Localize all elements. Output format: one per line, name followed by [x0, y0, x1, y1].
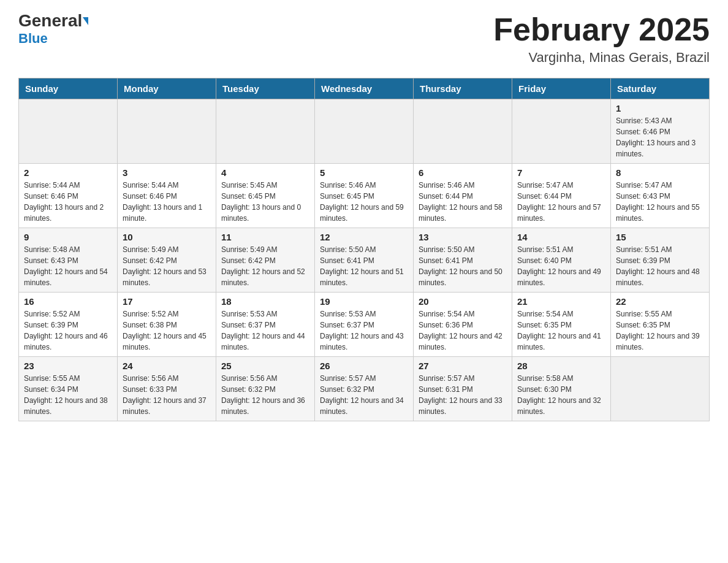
day-info: Sunrise: 5:53 AM Sunset: 6:37 PM Dayligh…	[320, 308, 408, 353]
day-number: 9	[24, 232, 112, 242]
table-row: 13Sunrise: 5:50 AM Sunset: 6:41 PM Dayli…	[414, 228, 512, 293]
day-info: Sunrise: 5:46 AM Sunset: 6:45 PM Dayligh…	[320, 180, 408, 224]
calendar-week-row: 9Sunrise: 5:48 AM Sunset: 6:43 PM Daylig…	[19, 228, 710, 293]
table-row: 7Sunrise: 5:47 AM Sunset: 6:44 PM Daylig…	[512, 164, 611, 228]
day-number: 27	[419, 361, 507, 371]
day-info: Sunrise: 5:51 AM Sunset: 6:39 PM Dayligh…	[616, 244, 704, 288]
day-number: 6	[419, 167, 507, 178]
day-number: 1	[616, 103, 704, 113]
col-tuesday: Tuesday	[216, 79, 315, 99]
calendar-subtitle: Varginha, Minas Gerais, Brazil	[493, 50, 710, 66]
calendar-week-row: 16Sunrise: 5:52 AM Sunset: 6:39 PM Dayli…	[19, 293, 710, 357]
table-row: 12Sunrise: 5:50 AM Sunset: 6:41 PM Dayli…	[315, 228, 414, 293]
day-info: Sunrise: 5:43 AM Sunset: 6:46 PM Dayligh…	[616, 115, 704, 159]
page-header: General Blue February 2025 Varginha, Min…	[18, 12, 710, 66]
table-row	[315, 99, 414, 164]
calendar-week-row: 1Sunrise: 5:43 AM Sunset: 6:46 PM Daylig…	[19, 99, 710, 164]
table-row: 25Sunrise: 5:56 AM Sunset: 6:32 PM Dayli…	[216, 357, 315, 421]
title-block: February 2025 Varginha, Minas Gerais, Br…	[493, 12, 710, 66]
day-info: Sunrise: 5:50 AM Sunset: 6:41 PM Dayligh…	[419, 244, 507, 288]
logo-triangle-icon	[83, 17, 88, 25]
day-number: 16	[24, 296, 112, 307]
day-number: 4	[221, 167, 309, 178]
day-info: Sunrise: 5:52 AM Sunset: 6:38 PM Dayligh…	[123, 308, 211, 353]
calendar-header-row: Sunday Monday Tuesday Wednesday Thursday…	[19, 79, 710, 99]
day-number: 11	[221, 232, 309, 242]
table-row: 11Sunrise: 5:49 AM Sunset: 6:42 PM Dayli…	[216, 228, 315, 293]
day-number: 13	[419, 232, 507, 242]
day-info: Sunrise: 5:52 AM Sunset: 6:39 PM Dayligh…	[24, 308, 112, 353]
day-number: 22	[616, 296, 704, 307]
logo: General Blue	[18, 12, 88, 47]
col-sunday: Sunday	[19, 79, 118, 99]
table-row	[414, 99, 512, 164]
table-row: 16Sunrise: 5:52 AM Sunset: 6:39 PM Dayli…	[19, 293, 118, 357]
logo-blue: Blue	[18, 31, 48, 47]
calendar-week-row: 2Sunrise: 5:44 AM Sunset: 6:46 PM Daylig…	[19, 164, 710, 228]
day-info: Sunrise: 5:45 AM Sunset: 6:45 PM Dayligh…	[221, 180, 309, 224]
day-number: 20	[419, 296, 507, 307]
table-row: 15Sunrise: 5:51 AM Sunset: 6:39 PM Dayli…	[611, 228, 710, 293]
table-row	[611, 357, 710, 421]
table-row: 14Sunrise: 5:51 AM Sunset: 6:40 PM Dayli…	[512, 228, 611, 293]
table-row	[216, 99, 315, 164]
day-number: 17	[123, 296, 211, 307]
table-row: 9Sunrise: 5:48 AM Sunset: 6:43 PM Daylig…	[19, 228, 118, 293]
table-row: 21Sunrise: 5:54 AM Sunset: 6:35 PM Dayli…	[512, 293, 611, 357]
table-row: 26Sunrise: 5:57 AM Sunset: 6:32 PM Dayli…	[315, 357, 414, 421]
calendar-week-row: 23Sunrise: 5:55 AM Sunset: 6:34 PM Dayli…	[19, 357, 710, 421]
col-wednesday: Wednesday	[315, 79, 414, 99]
day-number: 24	[123, 361, 211, 371]
day-info: Sunrise: 5:44 AM Sunset: 6:46 PM Dayligh…	[24, 180, 112, 224]
day-info: Sunrise: 5:54 AM Sunset: 6:35 PM Dayligh…	[517, 308, 605, 353]
table-row: 28Sunrise: 5:58 AM Sunset: 6:30 PM Dayli…	[512, 357, 611, 421]
day-info: Sunrise: 5:57 AM Sunset: 6:32 PM Dayligh…	[320, 373, 408, 417]
col-monday: Monday	[118, 79, 216, 99]
table-row: 20Sunrise: 5:54 AM Sunset: 6:36 PM Dayli…	[414, 293, 512, 357]
day-info: Sunrise: 5:48 AM Sunset: 6:43 PM Dayligh…	[24, 244, 112, 288]
table-row: 2Sunrise: 5:44 AM Sunset: 6:46 PM Daylig…	[19, 164, 118, 228]
day-info: Sunrise: 5:57 AM Sunset: 6:31 PM Dayligh…	[419, 373, 507, 417]
day-info: Sunrise: 5:58 AM Sunset: 6:30 PM Dayligh…	[517, 373, 605, 417]
day-info: Sunrise: 5:56 AM Sunset: 6:33 PM Dayligh…	[123, 373, 211, 417]
day-number: 23	[24, 361, 112, 371]
day-number: 15	[616, 232, 704, 242]
table-row: 6Sunrise: 5:46 AM Sunset: 6:44 PM Daylig…	[414, 164, 512, 228]
day-info: Sunrise: 5:46 AM Sunset: 6:44 PM Dayligh…	[419, 180, 507, 224]
table-row: 3Sunrise: 5:44 AM Sunset: 6:46 PM Daylig…	[118, 164, 216, 228]
day-info: Sunrise: 5:54 AM Sunset: 6:36 PM Dayligh…	[419, 308, 507, 353]
day-info: Sunrise: 5:53 AM Sunset: 6:37 PM Dayligh…	[221, 308, 309, 353]
day-info: Sunrise: 5:56 AM Sunset: 6:32 PM Dayligh…	[221, 373, 309, 417]
table-row	[118, 99, 216, 164]
table-row: 19Sunrise: 5:53 AM Sunset: 6:37 PM Dayli…	[315, 293, 414, 357]
table-row: 4Sunrise: 5:45 AM Sunset: 6:45 PM Daylig…	[216, 164, 315, 228]
table-row: 23Sunrise: 5:55 AM Sunset: 6:34 PM Dayli…	[19, 357, 118, 421]
day-info: Sunrise: 5:47 AM Sunset: 6:44 PM Dayligh…	[517, 180, 605, 224]
day-number: 19	[320, 296, 408, 307]
table-row: 24Sunrise: 5:56 AM Sunset: 6:33 PM Dayli…	[118, 357, 216, 421]
day-number: 10	[123, 232, 211, 242]
table-row: 1Sunrise: 5:43 AM Sunset: 6:46 PM Daylig…	[611, 99, 710, 164]
table-row: 18Sunrise: 5:53 AM Sunset: 6:37 PM Dayli…	[216, 293, 315, 357]
day-number: 8	[616, 167, 704, 178]
day-info: Sunrise: 5:49 AM Sunset: 6:42 PM Dayligh…	[221, 244, 309, 288]
day-number: 5	[320, 167, 408, 178]
table-row: 27Sunrise: 5:57 AM Sunset: 6:31 PM Dayli…	[414, 357, 512, 421]
table-row: 5Sunrise: 5:46 AM Sunset: 6:45 PM Daylig…	[315, 164, 414, 228]
day-number: 21	[517, 296, 605, 307]
day-number: 26	[320, 361, 408, 371]
col-thursday: Thursday	[414, 79, 512, 99]
day-number: 18	[221, 296, 309, 307]
day-number: 12	[320, 232, 408, 242]
table-row	[19, 99, 118, 164]
day-number: 3	[123, 167, 211, 178]
table-row: 10Sunrise: 5:49 AM Sunset: 6:42 PM Dayli…	[118, 228, 216, 293]
calendar-table: Sunday Monday Tuesday Wednesday Thursday…	[18, 78, 710, 421]
col-saturday: Saturday	[611, 79, 710, 99]
day-info: Sunrise: 5:55 AM Sunset: 6:35 PM Dayligh…	[616, 308, 704, 353]
day-number: 28	[517, 361, 605, 371]
day-number: 7	[517, 167, 605, 178]
col-friday: Friday	[512, 79, 611, 99]
table-row: 8Sunrise: 5:47 AM Sunset: 6:43 PM Daylig…	[611, 164, 710, 228]
day-info: Sunrise: 5:49 AM Sunset: 6:42 PM Dayligh…	[123, 244, 211, 288]
